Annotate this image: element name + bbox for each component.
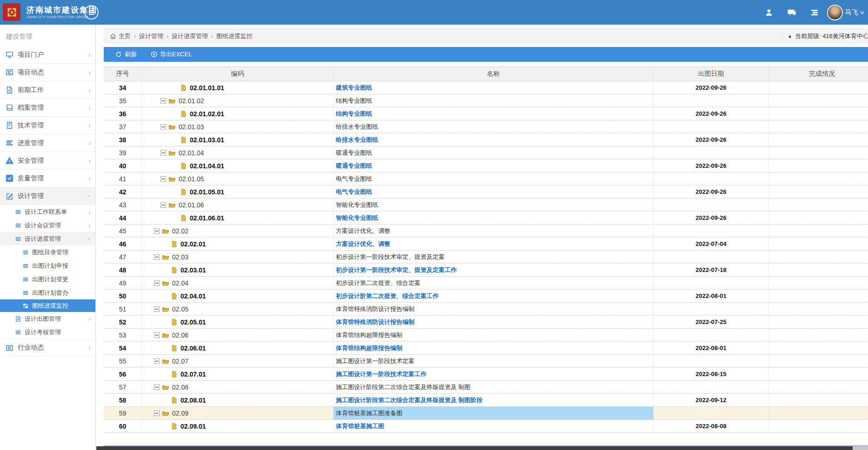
collapse-icon[interactable] [154,280,160,286]
table-row[interactable]: 4002.01.04.01暖通专业图纸2022-09-26 [104,159,868,172]
item-name-link[interactable]: 初步设计阶第二次提资、综合定案工作 [336,292,439,299]
sidebar-item-design-meeting[interactable]: 设计会议管理› [0,218,95,232]
tree-node: 02.01.02.01 [142,110,333,118]
breadcrumb-item[interactable]: 图纸进度监控 [216,33,253,40]
table-row[interactable]: 3402.01.01.01建筑专业图纸2022-09-26 [104,81,868,94]
apps-icon[interactable] [810,8,819,17]
sidebar-item-label: 设计进度管理 [25,235,61,243]
sidebar-item-archive-mgmt[interactable]: 档案管理› [0,99,95,117]
sidebar-item-quality-mgmt[interactable]: 质量管理› [0,170,95,187]
table-row[interactable]: 5402.06.01体育馆结构超限报告编制2022-08-01 [104,342,868,355]
table-row[interactable]: 4402.01.06.01智能化专业图纸2022-09-26 [104,212,868,225]
sidebar-item-project-portal[interactable]: 项目门户› [0,46,95,64]
sidebar-item-progress-mgmt[interactable]: 进度管理› [0,134,95,152]
table-row[interactable]: 5002.04.01初步设计阶第二次提资、综合定案工作2022-08-01 [104,290,868,303]
collapse-icon[interactable] [160,176,166,182]
table-row[interactable]: 4902.04初步设计第二次提资、综合定案 [104,277,868,290]
date-cell: 2022-08-08 [654,420,769,433]
item-name-link[interactable]: 电气专业图纸 [336,188,372,195]
sidebar-item-plan-declare[interactable]: 出图计划申报 [0,259,95,272]
collapse-icon[interactable] [154,358,160,364]
horizontal-scrollbar[interactable] [96,446,868,450]
folder-icon [168,123,176,131]
table-row[interactable]: 5902.09体育馆桩基施工图准备图 [104,407,868,420]
hamburger-menu-button[interactable] [84,5,99,20]
table-row[interactable]: 3802.01.03.01给排水专业图纸2022-09-26 [104,133,868,146]
sidebar-item-drawing-catalog-mgmt[interactable]: 图纸目录管理 [0,245,95,259]
code-cell: 02.03.01 [142,264,334,277]
table-row[interactable]: 3702.01.03给排水专业图纸 [104,120,868,133]
breadcrumb-item[interactable]: 设计进度管理 [172,33,208,40]
sidebar-item-drawing-progress-monitor[interactable]: 图纸进度监控 [0,299,95,312]
table-row[interactable]: 3902.01.04暖通专业图纸 [104,146,868,159]
item-name-link[interactable]: 体育馆桩基施工图 [336,423,384,430]
chevron-down-icon[interactable]: ˅ [860,10,864,15]
sidebar-item-safety-mgmt[interactable]: 安全管理› [0,152,95,170]
collapse-icon[interactable] [154,410,160,416]
table-row[interactable]: 4702.03初步设计第一阶段技术审定、提资及定案 [104,251,868,264]
sidebar-item-design-assess-mgmt[interactable]: 设计考核管理 [0,325,95,339]
item-name-link[interactable]: 施工图设计阶段第二次综合定案及终版提资及 制图阶段 [336,397,483,404]
table-row[interactable]: 3502.01.02结构专业图纸 [104,94,868,107]
item-name-link[interactable]: 暖通专业图纸 [336,162,372,169]
item-name-link[interactable]: 初步设计第一阶段技术审定、提资及定案工作 [336,266,457,273]
sidebar-item-plan-supervise[interactable]: 出图计划督办 [0,286,95,299]
company-logo [3,3,20,21]
collapse-icon[interactable] [160,124,166,130]
table-row[interactable]: 5302.06体育馆结构超限报告编制 [104,329,868,342]
user-name[interactable]: 马飞 [845,8,858,17]
item-name-link[interactable]: 给排水专业图纸 [336,136,378,143]
table-row[interactable]: 4102.01.05电气专业图纸 [104,172,868,185]
table-row[interactable]: 3602.01.02.01结构专业图纸2022-09-26 [104,107,868,120]
item-name-link[interactable]: 施工图设计第一阶段技术定案工作 [336,371,427,377]
table-row[interactable]: 5202.05.01体育馆特殊消防设计报告编制2022-07-25 [104,316,868,329]
table-row[interactable]: 5502.07施工图设计第一阶段技术定案 [104,355,868,368]
item-name-link[interactable]: 体育馆结构超限报告编制 [336,344,402,351]
sidebar-item-design-output-mgmt[interactable]: 设计出图管理› [0,312,95,325]
sidebar-item-early-work[interactable]: 前期工作› [0,81,95,99]
table-row[interactable]: 6002.09.01体育馆桩基施工图2022-08-08 [104,420,868,433]
avatar[interactable] [828,6,842,20]
collapse-icon[interactable] [154,332,160,338]
sidebar-item-tech-mgmt[interactable]: 技术管理› [0,117,95,134]
refresh-button[interactable]: 刷新 [115,50,137,59]
table-row[interactable]: 4202.01.05.01电气专业图纸2022-09-26 [104,185,868,199]
table-row[interactable]: 4602.02.01方案设计优化、调整2022-07-04 [104,238,868,251]
collapse-icon[interactable] [154,384,160,390]
collapse-icon[interactable] [154,306,160,312]
item-name-link[interactable]: 智能化专业图纸 [336,214,378,221]
sidebar-item-industry-news[interactable]: 行业动态› [0,339,95,357]
table-row[interactable]: 5602.07.01施工图设计第一阶段技术定案工作2022-08-15 [104,368,868,381]
user-icon[interactable] [764,8,774,17]
collapse-icon[interactable] [160,202,166,208]
sidebar-item-design-mgmt[interactable]: 设计管理› [0,187,95,205]
sidebar-item-plan-change[interactable]: 出图计划变更 [0,272,95,286]
item-name-link[interactable]: 建筑专业图纸 [336,84,372,91]
collapse-icon[interactable] [160,98,166,104]
collapse-icon[interactable] [154,228,160,234]
sidebar-item-design-progress-mgmt[interactable]: 设计进度管理› [0,232,95,245]
table-row[interactable]: 4502.02方案设计优化、调整 [104,225,868,238]
level-up-icon[interactable]: ▲ [788,33,792,39]
table-row[interactable]: 5702.08施工图设计阶段第二次综合定案及终版提资及 制图 [104,381,868,394]
scrollbar-thumb[interactable] [96,446,853,450]
breadcrumb-home[interactable]: 主页 [119,32,131,40]
table-row[interactable]: 5802.08.01施工图设计阶段第二次综合定案及终版提资及 制图阶段2022-… [104,394,868,407]
chevron-right-icon: › [88,122,91,129]
export-excel-button[interactable]: 导出EXCEL [151,50,192,59]
collapse-icon[interactable] [154,254,160,260]
table-row[interactable]: 4302.01.06智能化专业图纸 [104,199,868,212]
sidebar-item-label: 设计考核管理 [25,328,61,337]
item-name-link[interactable]: 方案设计优化、调整 [336,240,390,247]
tree-node: 02.01.05.01 [142,188,333,196]
sidebar-item-project-news[interactable]: 项目动态› [0,64,95,81]
table-row[interactable]: 4802.03.01初步设计第一阶段技术审定、提资及定案工作2022-07-18 [104,264,868,277]
chat-icon[interactable] [787,8,796,17]
collapse-icon[interactable] [160,150,166,156]
sliders-icon [22,303,29,309]
table-row[interactable]: 5102.05体育馆特殊消防设计报告编制 [104,303,868,316]
item-name-link[interactable]: 体育馆特殊消防设计报告编制 [336,318,414,325]
item-name-link[interactable]: 结构专业图纸 [336,110,372,117]
breadcrumb-item[interactable]: 设计管理 [139,33,163,40]
sidebar-item-design-worksheet[interactable]: 设计工作联系单› [0,205,95,218]
